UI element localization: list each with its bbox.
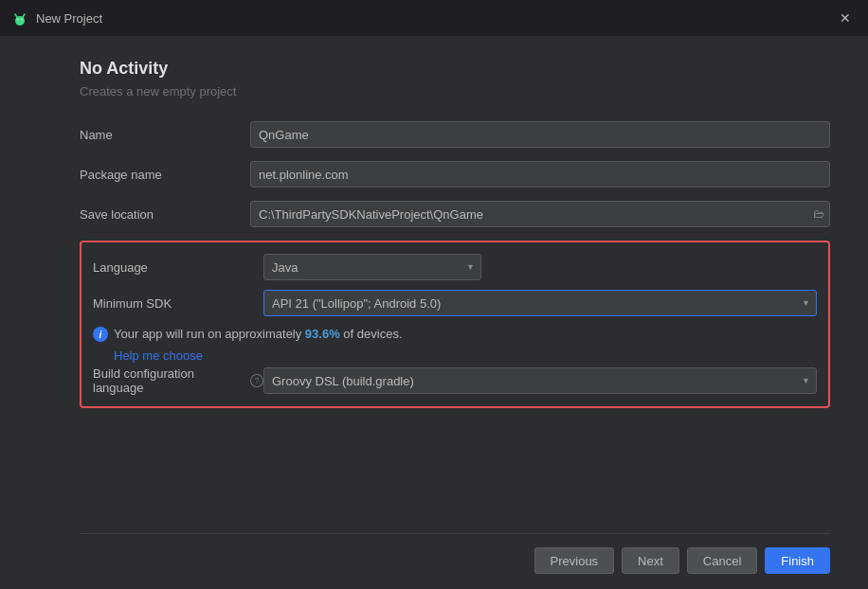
build-config-select[interactable]: Groovy DSL (build.gradle) Kotlin DSL (bu… xyxy=(263,367,817,394)
cancel-button[interactable]: Cancel xyxy=(687,547,757,574)
app-icon xyxy=(11,9,28,27)
language-label: Language xyxy=(93,260,263,275)
main-content: No Activity Creates a new empty project … xyxy=(0,36,868,589)
folder-icon[interactable]: 🗁 xyxy=(813,207,824,221)
language-select-wrapper: Java Kotlin xyxy=(263,254,481,280)
svg-point-4 xyxy=(17,19,19,21)
package-name-input[interactable] xyxy=(250,161,830,187)
package-name-label: Package name xyxy=(80,168,250,182)
save-location-wrapper: 🗁 xyxy=(250,201,830,227)
svg-line-2 xyxy=(15,14,17,17)
language-select[interactable]: Java Kotlin xyxy=(263,254,481,280)
name-label: Name xyxy=(80,128,250,142)
dialog-title: No Activity xyxy=(80,59,830,79)
info-text: Your app will run on approximately 93.6%… xyxy=(114,326,403,343)
help-me-choose-link[interactable]: Help me choose xyxy=(114,348,817,363)
name-row: Name xyxy=(80,121,830,148)
svg-line-3 xyxy=(23,14,25,17)
highlight-box: Language Java Kotlin Minimum SDK API 21 … xyxy=(80,241,830,408)
finish-button[interactable]: Finish xyxy=(765,547,830,574)
build-config-label: Build configuration language ? xyxy=(93,366,263,395)
title-bar: New Project ✕ xyxy=(0,0,868,36)
build-config-help-icon[interactable]: ? xyxy=(250,374,263,387)
info-text-suffix: of devices. xyxy=(340,327,403,341)
info-highlight: 93.6% xyxy=(305,327,340,341)
svg-point-5 xyxy=(21,19,23,21)
package-name-row: Package name xyxy=(80,161,830,187)
close-button[interactable]: ✕ xyxy=(834,7,857,29)
save-location-input[interactable] xyxy=(250,201,830,227)
save-location-row: Save location 🗁 xyxy=(80,201,830,227)
next-button[interactable]: Next xyxy=(622,547,679,574)
previous-button[interactable]: Previous xyxy=(534,547,615,574)
sdk-select[interactable]: API 21 ("Lollipop"; Android 5.0) API 22 … xyxy=(263,290,817,316)
info-icon: i xyxy=(93,327,108,342)
save-location-label: Save location xyxy=(80,207,250,222)
build-config-select-wrapper: Groovy DSL (build.gradle) Kotlin DSL (bu… xyxy=(263,367,817,394)
dialog-body: No Activity Creates a new empty project … xyxy=(27,36,868,589)
info-row: i Your app will run on approximately 93.… xyxy=(93,326,817,343)
sdk-select-wrapper: API 21 ("Lollipop"; Android 5.0) API 22 … xyxy=(263,290,817,316)
build-config-row: Build configuration language ? Groovy DS… xyxy=(93,366,817,395)
language-row: Language Java Kotlin xyxy=(93,254,817,280)
button-bar: Previous Next Cancel Finish xyxy=(80,533,830,589)
info-text-prefix: Your app will run on approximately xyxy=(114,327,305,341)
minimum-sdk-row: Minimum SDK API 21 ("Lollipop"; Android … xyxy=(93,290,817,316)
dialog-subtitle: Creates a new empty project xyxy=(80,84,830,98)
minimum-sdk-label: Minimum SDK xyxy=(93,296,263,311)
sidebar-tab-1 xyxy=(4,45,23,102)
left-sidebar xyxy=(0,36,27,589)
name-input[interactable] xyxy=(250,121,830,148)
svg-rect-1 xyxy=(16,17,24,23)
title-bar-text: New Project xyxy=(36,11,826,26)
